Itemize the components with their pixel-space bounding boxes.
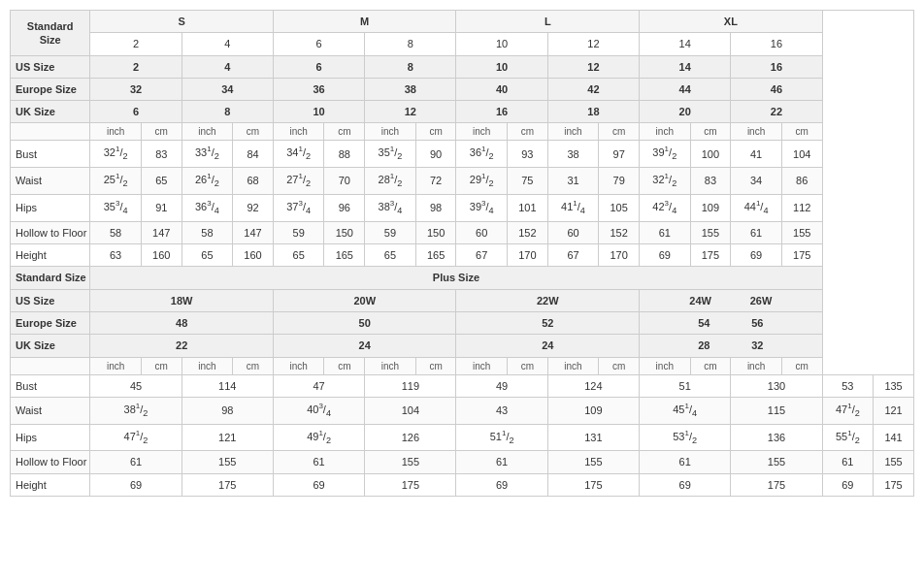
hips-l10-cm: 101: [507, 195, 547, 222]
p-cm-1: cm: [141, 357, 182, 374]
waist-m6-inch: 271/2: [273, 168, 324, 195]
height-m6-inch: 65: [273, 244, 324, 267]
p-inch-6: inch: [547, 357, 599, 374]
height-s2-inch: 63: [90, 244, 142, 267]
hollow-18w-inch: 61: [90, 451, 182, 473]
waist-20w-inch: 403/4: [273, 397, 364, 424]
waist-s2-inch: 251/2: [90, 168, 142, 195]
height-26w-inch: 69: [822, 473, 874, 496]
hips-m8-cm: 98: [415, 195, 456, 222]
uk-6: 6: [90, 101, 182, 123]
bust-l10-inch: 361/2: [456, 141, 508, 168]
p-cm-6: cm: [599, 357, 640, 374]
us-val-6: 6: [273, 55, 364, 78]
bust-s4-inch: 331/2: [182, 141, 233, 168]
uk-24b: 24: [456, 335, 640, 357]
waist-label: Waist: [11, 168, 90, 195]
height-22w-cm: 175: [547, 473, 639, 496]
uk-size-plus-label: UK Size: [11, 335, 90, 357]
height-s4-cm: 160: [233, 244, 274, 267]
bust-22w-cm: 124: [547, 374, 639, 397]
eu-52: 52: [456, 311, 640, 334]
hollow-20w-cm: 155: [365, 451, 456, 473]
waist-24w-inch: 451/4: [640, 397, 731, 424]
bust-s4-cm: 84: [233, 141, 274, 168]
hips-l12-inch: 411/4: [547, 195, 599, 222]
waist-m6-cm: 70: [324, 168, 365, 195]
height-m6-cm: 165: [324, 244, 365, 267]
bust-24w-cm: 130: [731, 374, 822, 397]
cm-label-3: cm: [324, 123, 365, 141]
hips-s2-cm: 91: [141, 195, 182, 222]
us-val-12: 12: [547, 55, 639, 78]
us-val-8: 8: [365, 55, 456, 78]
hollow-18w-cm: 155: [182, 451, 273, 473]
hollow-s2-cm: 147: [141, 221, 182, 243]
standard-size-header: StandardSize: [11, 11, 90, 56]
bust-xl14-cm: 100: [690, 141, 731, 168]
unit-spacer-plus: [11, 357, 90, 374]
waist-22w-cm: 109: [547, 397, 639, 424]
bust-20w-inch: 47: [273, 374, 364, 397]
hips-20w-inch: 491/2: [273, 424, 364, 451]
uk-18: 18: [547, 101, 639, 123]
us-val-2: 2: [90, 55, 182, 78]
europe-size-plus-label: Europe Size: [11, 311, 90, 334]
waist-22w-inch: 43: [456, 397, 547, 424]
uk-22: 22: [731, 101, 822, 123]
us-size-label: US Size: [11, 55, 90, 78]
cm-label-6: cm: [599, 123, 640, 141]
waist-xl16-inch: 34: [731, 168, 782, 195]
waist-24w-cm: 115: [731, 397, 822, 424]
p-cm-4: cm: [415, 357, 456, 374]
cm-label-7: cm: [690, 123, 731, 141]
waist-18w-inch: 381/2: [90, 397, 182, 424]
waist-18w-cm: 98: [182, 397, 273, 424]
m-header: M: [273, 11, 456, 33]
eu-44: 44: [640, 78, 731, 100]
height-26w-cm: 175: [874, 473, 914, 496]
p-cm-8: cm: [781, 357, 822, 374]
us-14: 14: [640, 33, 731, 55]
hips-s2-inch: 353/4: [90, 195, 142, 222]
bust-xl16-cm: 104: [781, 141, 822, 168]
us-4: 4: [182, 33, 273, 55]
uk-8: 8: [182, 101, 273, 123]
hips-24w-cm: 136: [731, 424, 822, 451]
waist-l12-cm: 79: [599, 168, 640, 195]
us-10: 10: [456, 33, 547, 55]
waist-s4-cm: 68: [233, 168, 274, 195]
height-m8-cm: 165: [415, 244, 456, 267]
height-l10-cm: 170: [507, 244, 547, 267]
bust-m8-cm: 90: [415, 141, 456, 168]
p-inch-8: inch: [731, 357, 782, 374]
eu-38: 38: [365, 78, 456, 100]
uk-10: 10: [273, 101, 364, 123]
hollow-l12-cm: 152: [599, 221, 640, 243]
us-6: 6: [273, 33, 364, 55]
bust-22w-inch: 49: [456, 374, 547, 397]
height-18w-cm: 175: [182, 473, 273, 496]
p-cm-5: cm: [507, 357, 547, 374]
p-inch-1: inch: [90, 357, 142, 374]
eu-50: 50: [273, 311, 456, 334]
hollow-24w-inch: 61: [640, 451, 731, 473]
hips-22w-cm: 131: [547, 424, 639, 451]
bust-24w-inch: 51: [640, 374, 731, 397]
hips-m8-inch: 383/4: [365, 195, 416, 222]
p-inch-7: inch: [640, 357, 691, 374]
us-size-plus-label: US Size: [11, 289, 90, 311]
hips-26w-cm: 141: [874, 424, 914, 451]
eu-42: 42: [547, 78, 639, 100]
us-12: 12: [547, 33, 639, 55]
hips-m6-cm: 96: [324, 195, 365, 222]
hollow-m8-cm: 150: [415, 221, 456, 243]
hollow-l10-cm: 152: [507, 221, 547, 243]
p-cm-2: cm: [233, 357, 274, 374]
height-l12-cm: 170: [599, 244, 640, 267]
cm-label-4: cm: [415, 123, 456, 141]
waist-m8-inch: 281/2: [365, 168, 416, 195]
height-m8-inch: 65: [365, 244, 416, 267]
uk-16: 16: [456, 101, 547, 123]
eu-40: 40: [456, 78, 547, 100]
